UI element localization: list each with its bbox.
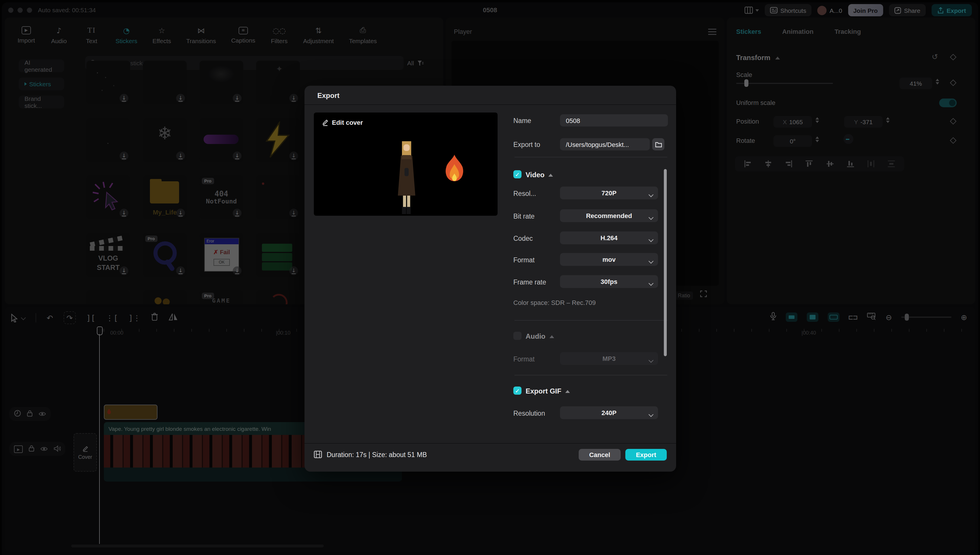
chevron-down-icon: [649, 281, 654, 286]
dialog-scrollbar[interactable]: [664, 169, 667, 356]
codec-value: H.264: [601, 234, 618, 241]
audio-section-label: Audio: [525, 332, 545, 340]
pencil-icon: [322, 119, 328, 126]
chevron-down-icon: [649, 259, 654, 264]
collapse-icon: [549, 335, 554, 338]
export-confirm-label: Export: [636, 451, 656, 458]
resolution-value: 720P: [601, 189, 616, 196]
chevron-down-icon: [649, 192, 654, 197]
format-label: Format: [513, 257, 535, 263]
resolution-dropdown[interactable]: 720P: [560, 186, 658, 199]
divider: [305, 104, 676, 105]
chevron-down-icon: [649, 412, 654, 417]
framerate-dropdown[interactable]: 30fps: [560, 275, 658, 288]
export-dialog: Export Edit cover: [305, 86, 676, 472]
gif-checkbox[interactable]: ✓: [513, 387, 522, 395]
film-icon: [314, 451, 322, 458]
framerate-value: 30fps: [601, 278, 617, 285]
bitrate-label: Bit rate: [513, 213, 535, 220]
export-to-input[interactable]: /Users/topgus/Deskt...: [560, 138, 650, 151]
name-label: Name: [513, 117, 531, 124]
video-frame-person: [390, 138, 424, 215]
cancel-button[interactable]: Cancel: [579, 449, 621, 460]
app-window: Auto saved: 00:51:34 0508 Shortcuts A...…: [0, 0, 980, 555]
gif-resolution-value: 240P: [601, 409, 616, 416]
chevron-down-icon: [649, 358, 654, 363]
browse-folder-button[interactable]: [652, 138, 664, 151]
audio-format-label: Format: [513, 356, 535, 363]
export-summary: Duration: 17s | Size: about 51 MB: [314, 451, 427, 458]
name-value: 0508: [566, 117, 580, 124]
chevron-down-icon: [649, 237, 654, 242]
export-to-value: /Users/topgus/Deskt...: [566, 141, 629, 148]
duration-size-info: Duration: 17s | Size: about 51 MB: [327, 451, 427, 458]
framerate-label: Frame rate: [513, 279, 546, 286]
edit-cover-button[interactable]: Edit cover: [322, 119, 363, 126]
video-section-label: Video: [525, 171, 545, 179]
resolution-label: Resol...: [513, 190, 536, 197]
gif-resolution-dropdown[interactable]: 240P: [560, 406, 658, 419]
fire-emoji-sticker: [441, 153, 468, 188]
codec-label: Codec: [513, 235, 533, 242]
collapse-icon: [549, 173, 553, 176]
audio-format-dropdown[interactable]: MP3: [560, 352, 658, 365]
color-space-info: Color space: SDR – Rec.709: [513, 299, 596, 306]
dialog-title: Export: [317, 91, 339, 100]
divider: [514, 157, 667, 157]
cancel-label: Cancel: [589, 451, 610, 458]
bitrate-value: Recommended: [586, 212, 632, 219]
divider: [305, 443, 676, 444]
export-to-label: Export to: [513, 141, 540, 148]
gif-section-label: Export GIF: [525, 387, 561, 395]
name-input[interactable]: 0508: [560, 114, 668, 127]
format-value: mov: [602, 256, 615, 263]
divider: [514, 320, 667, 321]
audio-format-value: MP3: [602, 355, 615, 362]
cover-preview[interactable]: Edit cover: [314, 112, 498, 216]
collapse-icon: [566, 390, 570, 393]
bitrate-dropdown[interactable]: Recommended: [560, 209, 658, 222]
chevron-down-icon: [649, 215, 654, 220]
audio-checkbox[interactable]: ✓: [513, 332, 522, 340]
gif-resolution-label: Resolution: [513, 410, 545, 417]
export-confirm-button[interactable]: Export: [625, 449, 667, 460]
video-section-header[interactable]: Video: [525, 171, 553, 179]
edit-cover-label: Edit cover: [332, 119, 363, 126]
divider: [514, 375, 667, 375]
audio-section-header[interactable]: Audio: [525, 332, 554, 340]
folder-icon: [655, 141, 662, 147]
video-checkbox[interactable]: ✓: [513, 170, 522, 178]
gif-section-header[interactable]: Export GIF: [525, 387, 570, 395]
format-dropdown[interactable]: mov: [560, 253, 658, 266]
codec-dropdown[interactable]: H.264: [560, 231, 658, 244]
